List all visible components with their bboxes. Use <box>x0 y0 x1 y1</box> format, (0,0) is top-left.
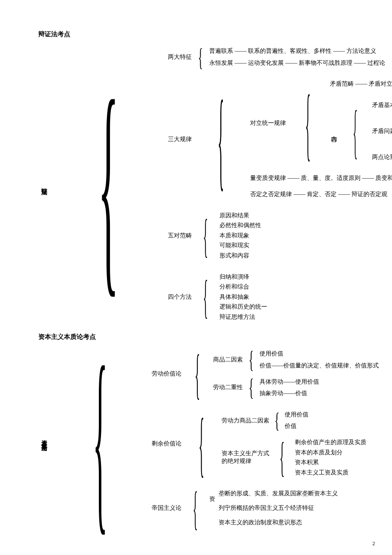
leaf-text: 普遍联系 —— 联系的普遍性、客观性、多样性 —— 方法论意义 <box>209 46 385 56</box>
essence-label: 矛盾问题的精髓 <box>370 127 392 136</box>
absolute-law-label: 资本主义生产方式 的绝对规律 <box>220 450 271 465</box>
five-categories-label: 五对范畴 <box>166 231 193 240</box>
leaf-text: 抽象劳动——价值 <box>259 389 319 398</box>
leaf-text: 逻辑和历史的统一 <box>219 302 267 312</box>
leaf-text: 本质和现象 <box>219 231 261 240</box>
leaf-text: 列宁所概括的帝国主义五个经济特征 <box>219 503 338 513</box>
leaf-text: 辩证思维方法 <box>219 312 267 322</box>
leaf-text: 矛盾范畴 —— 矛盾对立面 —— 矛盾关系 <box>330 79 392 89</box>
leaf-text: 剩余价值产生的原理及实质 <box>295 438 366 447</box>
leaf-text: 原因和结果 <box>219 211 261 220</box>
leaf-text: 归纳和演绎 <box>219 272 267 282</box>
labor-value-label: 劳动价值论 <box>150 370 183 378</box>
prefix-label: 资 <box>208 495 217 503</box>
capitalism-tree: 资本主义本质论 { 劳动价值论 { 商品二因素 { 使用价值 价值——价值量的决… <box>38 349 366 527</box>
leaf-text: 价值 <box>285 422 308 431</box>
leaf-text: 价值——价值量的决定、价值规律、价值形式 <box>259 361 379 370</box>
leaf-text: 资本主义工资及实质 <box>295 468 366 477</box>
leaf-text: 资本的本质及划分 <box>295 448 366 457</box>
four-methods-label: 四个方法 <box>166 293 193 301</box>
leaf-text: 可能和现实 <box>219 241 261 250</box>
two-features-label: 两大特征 <box>166 53 193 61</box>
leaf-text: 资本主义的政治制度和意识形态 <box>219 518 338 527</box>
leaf-text: 具体劳动——使用价值 <box>259 377 319 387</box>
labor-duality-label: 劳动二重性 <box>211 383 245 392</box>
leaf-text: 资本积累 <box>295 458 366 467</box>
leaf-text: 垄断的形成、实质、发展及国家垄断资本主义 <box>219 489 338 498</box>
dialectics-tree: 辩证法 { 两大特征 { 普遍联系 —— 联系的普遍性、客观性、多样性 —— 方… <box>38 46 366 321</box>
leaf-text: 使用价值 <box>285 410 308 419</box>
leaf-text: 量变质变规律 —— 质、量、度。适度原则 —— 质变和量变及其辩证关系 <box>250 173 392 183</box>
leaf-text: 形式和内容 <box>219 251 261 260</box>
commodity-two-factors-label: 商品二因素 <box>211 356 245 364</box>
surplus-value-label: 剩余价值论 <box>150 439 183 448</box>
dialectics-root: 辩证法 <box>38 183 50 185</box>
basic-attr-label: 矛盾基本属性 <box>370 101 392 110</box>
leaf-text: 具体和抽象 <box>219 292 267 302</box>
leaf-text: 永恒发展 —— 运动变化发展 —— 新事物不可战胜原理 —— 过程论 <box>209 58 385 68</box>
leaf-text: 分析和综合 <box>219 282 267 292</box>
three-laws-label: 三大规律 <box>166 135 193 144</box>
two-point-label: 两点论重点论的统一 <box>370 153 392 162</box>
section1-heading: 辩证法考点 <box>38 30 366 39</box>
section2-heading: 资本主义本质论考点 <box>38 332 366 341</box>
capitalism-root: 资本主义本质论 <box>38 435 50 441</box>
unity-opposites-label: 对立统一规律 <box>248 119 288 127</box>
page-number: 2 <box>372 540 375 544</box>
leaf-text: 必然性和偶然性 <box>219 221 261 230</box>
leaf-text: 否定之否定规律 —— 肯定、否定 —— 辩证的否定观 <box>250 190 392 199</box>
imperialism-label: 帝国主义论 <box>150 504 183 512</box>
labor-power-two-factors-label: 劳动力商品二因素 <box>220 416 271 425</box>
leaf-text: 使用价值 <box>259 349 379 358</box>
